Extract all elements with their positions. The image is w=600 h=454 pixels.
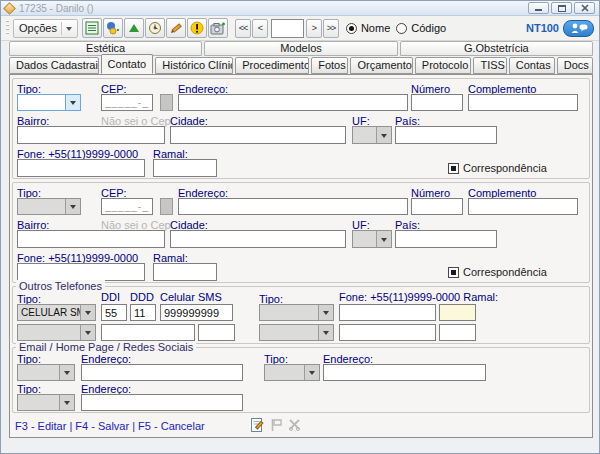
search-input[interactable]	[271, 19, 304, 38]
email-group-title: Email / Home Page / Redes Sociais	[16, 341, 196, 353]
tab-tiss[interactable]: TISS	[473, 57, 506, 74]
diamond-icon	[3, 2, 16, 15]
app-window: 17235 - Danilo () Opções	[0, 0, 600, 454]
email1-endereco-input[interactable]	[81, 364, 243, 381]
tel4-tipo-select[interactable]	[259, 324, 334, 341]
addr2-correspondencia-checkbox[interactable]	[448, 267, 459, 278]
tel2-tipo-select[interactable]	[259, 304, 334, 321]
email3-endereco-input[interactable]	[81, 394, 243, 411]
tab-contato[interactable]: Contato	[101, 54, 154, 74]
tel3-ramal-input[interactable]	[198, 324, 235, 341]
tel1-celular-input[interactable]	[160, 304, 233, 321]
addr1-bairro-input[interactable]	[17, 126, 165, 144]
nav-last-button[interactable]: >>	[323, 19, 339, 38]
addr1-cep-input[interactable]	[101, 94, 153, 111]
camera-add-button[interactable]	[208, 18, 228, 38]
add-record-button[interactable]	[103, 18, 123, 38]
maximize-icon	[558, 5, 566, 12]
addr1-pais-input[interactable]	[395, 126, 497, 144]
chevron-down-icon	[65, 95, 80, 110]
alert-button[interactable]	[187, 18, 207, 38]
nav-next-button[interactable]: >	[306, 19, 322, 38]
addr2-cep-input[interactable]	[101, 198, 153, 215]
chat-icon	[569, 22, 589, 34]
nao-sei-cep-link[interactable]: Não sei o Cep	[101, 115, 171, 127]
addr1-ramal-input[interactable]	[153, 159, 217, 177]
addr2-endereco-input[interactable]	[178, 198, 408, 215]
toolbar: Opções	[1, 16, 599, 41]
email2-tipo-select[interactable]	[264, 364, 320, 381]
tel1-tipo-select[interactable]: CELULAR SMS	[17, 304, 96, 321]
toolbar-grip	[6, 20, 9, 36]
tab-contas[interactable]: Contas	[509, 57, 555, 74]
cut-button	[288, 418, 301, 431]
tel3-fone-input[interactable]	[101, 324, 195, 341]
triangle-icon	[128, 23, 140, 33]
tel2-ramal-input[interactable]	[439, 304, 476, 321]
tel4-ramal-input[interactable]	[439, 324, 476, 341]
ddd-label: DDD	[130, 291, 154, 303]
addr2-uf-select[interactable]	[352, 230, 392, 248]
edit-note-button[interactable]	[250, 417, 264, 433]
addr2-complemento-input[interactable]	[468, 198, 578, 215]
email3-tipo-select[interactable]	[17, 394, 75, 411]
tab-historico-clinico[interactable]: Histórico Clínico	[155, 57, 233, 74]
tab-gobstetricia[interactable]: G.Obstetrícia	[400, 41, 593, 56]
addr1-uf-select[interactable]	[352, 126, 392, 144]
addr2-pais-input[interactable]	[395, 230, 497, 248]
window-title: 17235 - Danilo ()	[19, 3, 93, 14]
addr1-cep-search-button[interactable]	[160, 94, 173, 111]
addr2-bairro-input[interactable]	[17, 230, 165, 248]
shortcut-hints: F3 - Editar | F4 - Salvar | F5 - Cancela…	[15, 420, 205, 432]
records-button[interactable]	[82, 18, 102, 38]
tel1-ddi-input[interactable]	[101, 304, 127, 321]
triangle-button[interactable]	[124, 18, 144, 38]
addr1-cidade-input[interactable]	[170, 126, 346, 144]
tab-fotos[interactable]: Fotos	[311, 57, 348, 74]
close-button[interactable]	[574, 2, 595, 14]
minimize-button[interactable]	[528, 2, 549, 14]
clock-icon	[148, 21, 162, 35]
addr1-tipo-select[interactable]	[17, 94, 81, 111]
pencil-icon	[169, 21, 183, 35]
email1-tipo-select[interactable]	[17, 364, 75, 381]
tel1-ddd-input[interactable]	[130, 304, 156, 321]
addr2-ramal-input[interactable]	[153, 263, 217, 281]
addr1-complemento-input[interactable]	[468, 94, 578, 111]
tel2-fone-input[interactable]	[339, 304, 436, 321]
addr2-fone-input[interactable]	[17, 263, 145, 281]
tel3-tipo-select[interactable]	[17, 324, 96, 341]
nao-sei-cep-link[interactable]: Não sei o Cep	[101, 219, 171, 231]
edit-button[interactable]	[166, 18, 186, 38]
tab-modelos[interactable]: Modelos	[204, 41, 397, 56]
addr2-tipo-select[interactable]	[17, 198, 81, 215]
chevron-down-icon	[318, 305, 333, 320]
maximize-button[interactable]	[551, 2, 572, 14]
clock-button[interactable]	[145, 18, 165, 38]
chevron-down-icon	[80, 305, 95, 320]
options-button[interactable]: Opções	[13, 19, 78, 38]
tab-docs[interactable]: Docs	[557, 57, 593, 74]
radio-nome[interactable]: Nome	[346, 22, 390, 34]
chat-button[interactable]	[563, 20, 594, 37]
divider	[61, 22, 62, 35]
tab-protocolo[interactable]: Protocolo	[415, 57, 472, 74]
email2-endereco-input[interactable]	[323, 364, 486, 381]
addr1-numero-input[interactable]	[411, 94, 463, 111]
addr1-fone-input[interactable]	[17, 159, 145, 177]
addr1-endereco-input[interactable]	[178, 94, 408, 111]
radio-codigo[interactable]: Código	[396, 22, 446, 34]
tab-dados-cadastrais[interactable]: Dados Cadastrais	[9, 57, 99, 74]
nav-first-button[interactable]: <<	[235, 19, 251, 38]
nav-prev-button[interactable]: <	[252, 19, 268, 38]
addr2-numero-input[interactable]	[411, 198, 463, 215]
addr1-correspondencia-checkbox[interactable]	[448, 163, 459, 174]
minimize-icon	[535, 9, 542, 11]
radio-codigo-circle	[396, 23, 407, 34]
tab-procedimento[interactable]: Procedimento	[235, 57, 309, 74]
correspondencia-label: Correspondência	[463, 266, 547, 278]
addr2-cidade-input[interactable]	[170, 230, 346, 248]
tel4-fone-input[interactable]	[339, 324, 436, 341]
addr2-cep-search-button[interactable]	[160, 198, 173, 215]
tab-orcamento[interactable]: Orçamento	[350, 57, 412, 74]
